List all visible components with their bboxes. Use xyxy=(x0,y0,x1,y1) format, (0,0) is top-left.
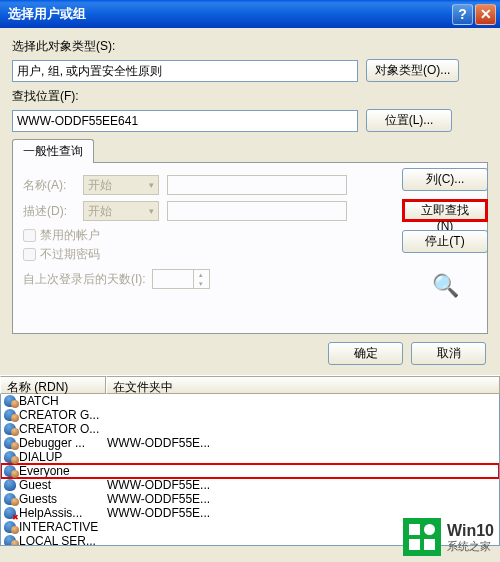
name-operator-select[interactable]: 开始▾ xyxy=(83,175,159,195)
window-title: 选择用户或组 xyxy=(8,5,450,23)
spin-down-icon[interactable]: ▾ xyxy=(194,279,209,288)
watermark-big: Win10 xyxy=(447,521,494,540)
user-icon xyxy=(3,423,17,436)
row-name: CREATOR G... xyxy=(19,408,107,422)
name-label: 名称(A): xyxy=(23,177,83,194)
row-name: Guest xyxy=(19,478,107,492)
row-name: INTERACTIVE xyxy=(19,520,107,534)
dialog-content: 选择此对象类型(S): 对象类型(O)... 查找位置(F): 位置(L)...… xyxy=(0,28,500,375)
user-icon xyxy=(3,437,17,450)
user-icon xyxy=(3,521,17,534)
table-row[interactable]: BATCH xyxy=(1,394,499,408)
disabled-accounts-label: 禁用的帐户 xyxy=(40,227,100,244)
stop-button[interactable]: 停止(T) xyxy=(402,230,488,253)
row-folder: WWW-ODDF55E... xyxy=(107,436,497,450)
spin-up-icon[interactable]: ▴ xyxy=(194,270,209,279)
desc-operator-select[interactable]: 开始▾ xyxy=(83,201,159,221)
user-icon xyxy=(3,451,17,464)
table-row[interactable]: Everyone xyxy=(1,464,499,478)
row-name: Everyone xyxy=(19,464,107,478)
table-row[interactable]: GuestsWWW-ODDF55E... xyxy=(1,492,499,506)
watermark-small: 系统之家 xyxy=(447,540,494,553)
days-input[interactable]: ▴▾ xyxy=(152,269,210,289)
user-icon xyxy=(3,493,17,506)
table-row[interactable]: Debugger ...WWW-ODDF55E... xyxy=(1,436,499,450)
row-name: LOCAL SER... xyxy=(19,534,107,546)
noexpire-password-label: 不过期密码 xyxy=(40,246,100,263)
cancel-button[interactable]: 取消 xyxy=(411,342,486,365)
row-name: Debugger ... xyxy=(19,436,107,450)
titlebar: 选择用户或组 ? ✕ xyxy=(0,0,500,28)
row-folder: WWW-ODDF55E... xyxy=(107,492,497,506)
user-icon xyxy=(3,409,17,422)
desc-label: 描述(D): xyxy=(23,203,83,220)
tab-general-query[interactable]: 一般性查询 xyxy=(12,139,94,163)
user-icon xyxy=(3,507,17,520)
row-name: CREATOR O... xyxy=(19,422,107,436)
days-since-login-label: 自上次登录后的天数(I): xyxy=(23,271,146,288)
object-type-label: 选择此对象类型(S): xyxy=(12,38,488,55)
close-button[interactable]: ✕ xyxy=(475,4,496,25)
ok-button[interactable]: 确定 xyxy=(328,342,403,365)
chevron-down-icon: ▾ xyxy=(149,180,154,190)
row-name: HelpAssis... xyxy=(19,506,107,520)
location-label: 查找位置(F): xyxy=(12,88,488,105)
table-row[interactable]: CREATOR G... xyxy=(1,408,499,422)
columns-button[interactable]: 列(C)... xyxy=(402,168,488,191)
object-type-input[interactable] xyxy=(12,60,358,82)
user-icon xyxy=(3,465,17,478)
help-button[interactable]: ? xyxy=(452,4,473,25)
column-rdn[interactable]: 名称 (RDN) xyxy=(0,376,106,394)
user-icon xyxy=(3,535,17,547)
chevron-down-icon: ▾ xyxy=(149,206,154,216)
search-icon: 🔍 xyxy=(429,273,461,299)
results-header: 名称 (RDN) 在文件夹中 xyxy=(0,375,500,394)
row-name: Guests xyxy=(19,492,107,506)
location-input[interactable] xyxy=(12,110,358,132)
column-folder[interactable]: 在文件夹中 xyxy=(106,376,500,394)
find-now-button[interactable]: 立即查找(N) xyxy=(402,199,488,222)
row-name: BATCH xyxy=(19,394,107,408)
object-type-button[interactable]: 对象类型(O)... xyxy=(366,59,459,82)
table-row[interactable]: GuestWWW-ODDF55E... xyxy=(1,478,499,492)
noexpire-password-checkbox[interactable] xyxy=(23,248,36,261)
location-button[interactable]: 位置(L)... xyxy=(366,109,452,132)
row-folder: WWW-ODDF55E... xyxy=(107,478,497,492)
user-icon xyxy=(3,479,17,492)
watermark-logo-icon xyxy=(403,518,441,556)
user-icon xyxy=(3,395,17,408)
row-name: DIALUP xyxy=(19,450,107,464)
disabled-accounts-checkbox[interactable] xyxy=(23,229,36,242)
desc-input[interactable] xyxy=(167,201,347,221)
watermark: Win10 系统之家 xyxy=(403,518,494,556)
table-row[interactable]: DIALUP xyxy=(1,450,499,464)
name-input[interactable] xyxy=(167,175,347,195)
table-row[interactable]: CREATOR O... xyxy=(1,422,499,436)
